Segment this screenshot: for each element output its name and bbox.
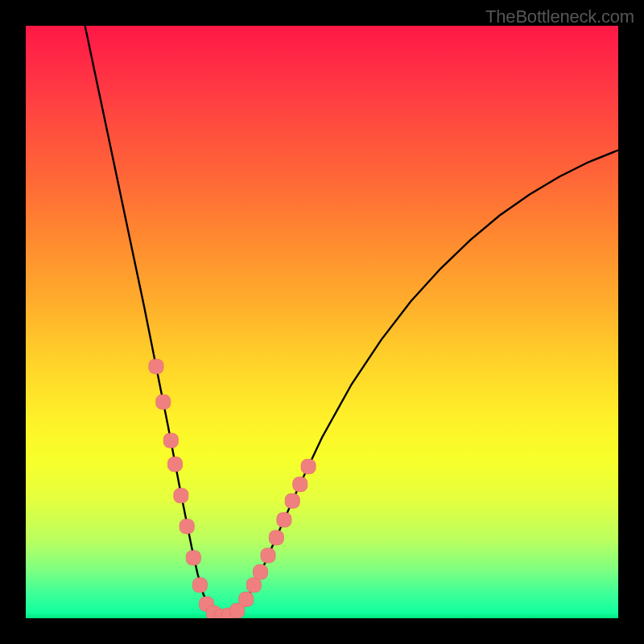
curve-marker <box>246 578 261 592</box>
curve-marker <box>239 592 254 606</box>
curve-marker <box>192 578 207 592</box>
curve-marker <box>277 513 291 527</box>
curve-marker <box>253 565 267 580</box>
bottleneck-curve-svg <box>26 26 618 618</box>
curve-marker <box>167 457 182 472</box>
curve-marker <box>301 460 316 474</box>
curve-markers <box>149 359 316 618</box>
curve-marker <box>163 433 178 448</box>
curve-marker <box>186 551 200 565</box>
curve-marker <box>149 359 163 374</box>
attribution-text: TheBottleneck.com <box>485 6 634 27</box>
plot-area <box>26 26 618 618</box>
curve-marker <box>174 489 188 503</box>
curve-marker <box>156 394 171 409</box>
bottleneck-curve <box>85 26 618 617</box>
curve-marker <box>261 548 275 563</box>
curve-marker <box>285 493 299 508</box>
chart-frame: TheBottleneck.com <box>0 0 644 644</box>
curve-marker <box>269 530 283 545</box>
curve-marker <box>180 519 194 534</box>
curve-marker <box>293 477 308 492</box>
